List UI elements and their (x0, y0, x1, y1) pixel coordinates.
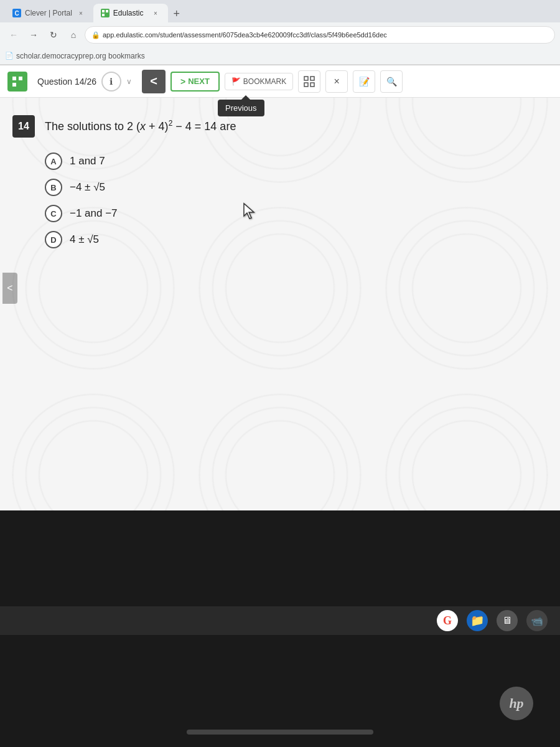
edu-toolbar: Question 14/26 ℹ ∨ < > NEXT 🚩 BOOKMAR (0, 65, 560, 98)
tab-clever[interactable]: C Clever | Portal × (5, 4, 93, 22)
edulastic-tab-label: Edulastic (113, 9, 144, 17)
next-arrow-label: > (180, 77, 185, 87)
dropdown-indicator: ∨ (126, 77, 132, 86)
back-button[interactable]: ← (5, 26, 22, 44)
prev-arrow-icon: < (150, 74, 157, 88)
edulastic-logo (7, 72, 27, 92)
option-d-circle: D (45, 231, 62, 248)
grid-button[interactable] (298, 70, 320, 93)
svg-rect-7 (310, 77, 314, 80)
url-bar[interactable]: 🔒 app.edulastic.com/student/assessment/6… (85, 26, 555, 44)
home-button[interactable]: ⌂ (65, 26, 82, 44)
hp-text: hp (509, 695, 523, 712)
options-list: A 1 and 7 B −4 ± √5 C −1 and −7 D 4 ± √5 (45, 153, 548, 248)
option-b[interactable]: B −4 ± √5 (45, 179, 548, 196)
clever-tab-icon: C (12, 9, 21, 17)
previous-button[interactable]: < (142, 70, 166, 93)
settings-taskbar-icon[interactable]: 🖥 (497, 610, 518, 631)
svg-rect-3 (12, 77, 16, 80)
svg-rect-5 (12, 83, 16, 87)
content-area: Question 14/26 ℹ ∨ < > NEXT 🚩 BOOKMAR (0, 65, 560, 510)
status-button[interactable]: ℹ (101, 72, 121, 92)
url-text: app.edulastic.com/student/assessment/607… (103, 31, 387, 39)
screen: C Clever | Portal × Edulastic × + ← → (0, 0, 560, 510)
option-b-text: −4 ± √5 (70, 181, 105, 194)
close-button[interactable]: × (325, 70, 348, 93)
refresh-button[interactable]: ↻ (45, 26, 62, 44)
lock-icon: 🔒 (91, 31, 100, 39)
option-d[interactable]: D 4 ± √5 (45, 231, 548, 248)
browser-chrome: C Clever | Portal × Edulastic × + ← → (0, 0, 560, 65)
search-icon: 🔍 (386, 77, 397, 87)
close-icon: × (334, 76, 340, 87)
question-text: The solutions to 2 (x + 4)2 − 4 = 14 are (45, 115, 236, 135)
clever-tab-close[interactable]: × (76, 8, 86, 18)
hp-brand: hp (500, 687, 533, 720)
option-c-text: −1 and −7 (70, 207, 118, 220)
grid-icon (304, 76, 315, 87)
notes-icon: 📝 (359, 77, 370, 87)
svg-rect-0 (102, 10, 105, 12)
svg-rect-1 (106, 10, 108, 12)
files-taskbar-icon[interactable]: 📁 (467, 610, 488, 631)
option-a[interactable]: A 1 and 7 (45, 153, 548, 170)
tab-edulastic[interactable]: Edulastic × (93, 4, 168, 22)
question-counter: Question 14/26 (37, 77, 96, 87)
address-bar: ← → ↻ ⌂ 🔒 app.edulastic.com/student/asse… (0, 22, 560, 47)
question-number-badge: 14 (12, 115, 35, 138)
search-button[interactable]: 🔍 (380, 70, 403, 93)
laptop-frame: C Clever | Portal × Edulastic × + ← → (0, 0, 560, 747)
bookmark-button[interactable]: 🚩 BOOKMARK (225, 73, 293, 90)
left-nav-arrow[interactable]: < (2, 273, 17, 304)
svg-rect-2 (102, 14, 105, 16)
bookmark-flag-icon: 🚩 (231, 77, 241, 86)
left-arrow-icon: < (7, 283, 12, 294)
option-a-text: 1 and 7 (70, 155, 105, 167)
option-c-circle: C (45, 205, 62, 222)
option-b-circle: B (45, 179, 62, 196)
edulastic-tab-icon (101, 9, 110, 17)
status-icon: ℹ (110, 77, 113, 87)
svg-rect-9 (310, 83, 314, 87)
svg-rect-6 (304, 77, 308, 80)
option-d-text: 4 ± √5 (70, 233, 99, 246)
option-c[interactable]: C −1 and −7 (45, 205, 548, 222)
taskbar: G 📁 🖥 📹 (0, 606, 560, 635)
svg-rect-4 (19, 77, 22, 80)
forward-button[interactable]: → (25, 26, 42, 44)
bookmarks-text: scholar.democracyprep.org bookmarks (16, 52, 145, 60)
clever-tab-label: Clever | Portal (25, 9, 72, 17)
video-taskbar-icon[interactable]: 📹 (526, 610, 548, 631)
keyboard-indicator (187, 730, 373, 735)
next-button[interactable]: > NEXT (170, 72, 220, 92)
google-taskbar-icon[interactable]: G (437, 610, 458, 631)
bottom-area: G 📁 🖥 📹 hp (0, 510, 560, 747)
tab-bar: C Clever | Portal × Edulastic × + (0, 0, 560, 22)
question-header: 14 The solutions to 2 (x + 4)2 − 4 = 14 … (12, 115, 548, 138)
notes-button[interactable]: 📝 (353, 70, 375, 93)
next-label: NEXT (188, 77, 210, 86)
option-a-circle: A (45, 153, 62, 170)
new-tab-button[interactable]: + (168, 5, 185, 22)
bookmarks-folder-icon: 📄 (5, 52, 14, 60)
question-content: 14 The solutions to 2 (x + 4)2 − 4 = 14 … (0, 98, 560, 261)
hp-logo: hp (498, 685, 535, 722)
bookmarks-bar: 📄 scholar.democracyprep.org bookmarks (0, 47, 560, 65)
edulastic-tab-close[interactable]: × (151, 8, 161, 18)
bookmark-label: BOOKMARK (243, 77, 286, 86)
svg-rect-8 (304, 83, 308, 87)
